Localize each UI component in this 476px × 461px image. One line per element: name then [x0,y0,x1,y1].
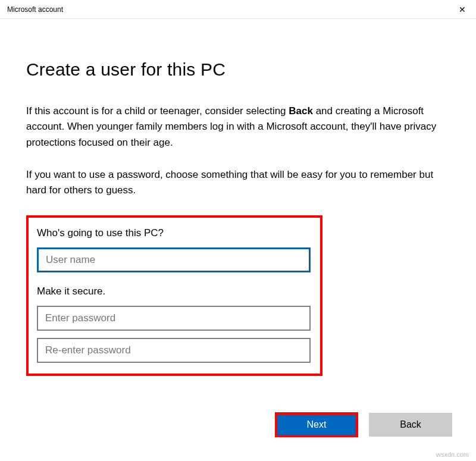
intro-text-pre: If this account is for a child or teenag… [26,105,289,117]
username-input[interactable] [37,247,311,272]
who-label: Who's going to use this PC? [37,227,312,239]
window-title: Microsoft account [7,5,63,14]
next-button[interactable]: Next [275,412,358,437]
close-icon: ✕ [459,5,466,14]
back-button-label: Back [400,419,421,430]
confirm-password-input[interactable] [37,338,311,363]
page-heading: Create a user for this PC [26,59,450,80]
secure-label: Make it secure. [37,286,312,297]
titlebar: Microsoft account ✕ [0,0,476,19]
password-input[interactable] [37,306,311,331]
next-button-label: Next [307,419,327,430]
content-area: Create a user for this PC If this accoun… [0,19,476,376]
back-button[interactable]: Back [369,413,452,437]
form-highlight-box: Who's going to use this PC? Make it secu… [26,215,322,376]
close-button[interactable]: ✕ [449,0,476,19]
button-row: Next Back [275,412,452,437]
intro-paragraph: If this account is for a child or teenag… [26,104,450,150]
password-hint-paragraph: If you want to use a password, choose so… [26,167,450,199]
intro-text-bold: Back [289,105,313,117]
watermark: wsxdn.com [436,451,469,458]
